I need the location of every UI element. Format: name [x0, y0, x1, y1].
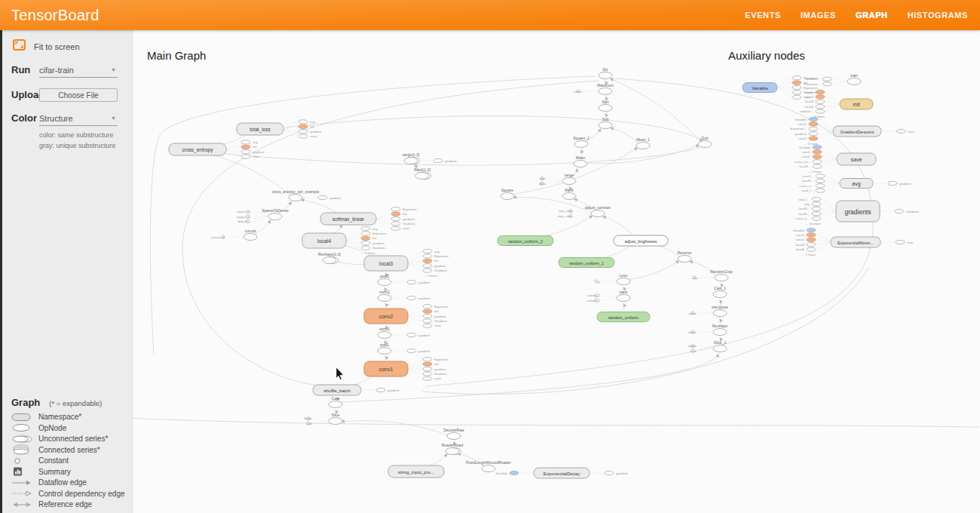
- run-select[interactable]: cifar-train ▼: [39, 64, 118, 78]
- graph-node-avg_aux[interactable]: avg: [840, 179, 873, 189]
- tab-events[interactable]: EVENTS: [745, 11, 781, 20]
- svg-text:shape: shape: [688, 330, 697, 334]
- svg-text:conv2: conv2: [802, 155, 811, 158]
- svg-text:random_uniform_1: random_uniform_1: [569, 261, 604, 266]
- graph-node-square[interactable]: Square: [501, 188, 514, 200]
- graph-node-transpose[interactable]: transpose: [712, 305, 728, 317]
- graph-node-rank[interactable]: Rank: [562, 188, 576, 200]
- graph-node-cross_entropy[interactable]: cross_entropy: [169, 143, 226, 155]
- graph-node-pool2[interactable]: pool2: [378, 274, 391, 286]
- graph-node-norm2[interactable]: norm2: [378, 290, 391, 302]
- graph-node-sparse[interactable]: SparseToDense: [262, 208, 289, 220]
- graph-node-fixedlen[interactable]: FixedLengthRecordReader: [466, 460, 511, 472]
- svg-text:cross_en...: cross_en...: [795, 160, 810, 164]
- svg-text:init: init: [310, 124, 314, 128]
- graph-node-cast[interactable]: Cast: [329, 396, 342, 408]
- color-select[interactable]: Structure ▼: [39, 112, 118, 126]
- graph-node-slice1[interactable]: Slice_1: [713, 340, 727, 352]
- graph-node-reverse[interactable]: Reverse: [678, 250, 692, 263]
- graph-node-pack[interactable]: pack: [617, 290, 630, 302]
- graph-node-graddescent[interactable]: GradientDescent: [833, 126, 881, 137]
- svg-text:cross_entropy_per_example: cross_entropy_per_example: [271, 189, 319, 194]
- graph-node-square_1[interactable]: Square_1: [573, 136, 590, 148]
- fit-to-screen-control[interactable]: Fit to screen: [13, 39, 132, 54]
- graph-node-reshape_rc[interactable]: Reshape: [712, 324, 727, 336]
- svg-text:conv2: conv2: [379, 314, 394, 319]
- graph-node-expmoving[interactable]: ExponentialMovin...: [831, 237, 880, 247]
- graph-node-randomcrop[interactable]: RandomCrop: [710, 269, 733, 281]
- svg-text:Variable: Variable: [793, 229, 805, 232]
- graph-node-concat[interactable]: concat: [243, 229, 257, 241]
- svg-text:local3: local3: [379, 261, 393, 266]
- svg-text:adjust_brightness: adjust_brightness: [624, 239, 657, 244]
- graph-node-rank12[interactable]: Rank[1-2]: [414, 167, 431, 180]
- graph-node-gradients_aux[interactable]: gradients: [836, 201, 880, 222]
- dataflow-edge-icon: [11, 479, 38, 487]
- graph-node-local3[interactable]: local3: [364, 256, 408, 271]
- graph-node-norm1[interactable]: norm1: [378, 327, 391, 339]
- svg-text:random_uniform_2: random_uniform_2: [508, 239, 543, 244]
- graph-node-shuffle_batch[interactable]: shuffle_batch: [313, 385, 361, 395]
- run-label: Run: [11, 64, 39, 75]
- svg-text:save: save: [403, 226, 410, 230]
- graph-node-random_uniform_1[interactable]: random_uniform_1: [559, 258, 614, 268]
- svg-text:Sub: Sub: [602, 117, 609, 121]
- graph-node-maximum[interactable]: Maximum: [597, 83, 614, 95]
- choose-file-button[interactable]: Choose File: [39, 88, 118, 102]
- tab-images[interactable]: IMAGES: [801, 11, 836, 20]
- graph-node-sub_c[interactable]: Sub: [599, 117, 612, 129]
- tab-graph[interactable]: GRAPH: [856, 11, 888, 20]
- graph-node-softmax_linear[interactable]: softmax_linear: [320, 213, 376, 225]
- svg-text:pool2: pool2: [380, 274, 389, 278]
- graph-node-range13[interactable]: range[1-3]: [403, 152, 420, 164]
- graph-node-slice[interactable]: Slice: [329, 413, 342, 425]
- run-select-value: cifar-train: [39, 66, 74, 75]
- svg-text:begin: begin: [304, 416, 312, 420]
- graph-node-init_aux[interactable]: init: [840, 99, 873, 109]
- svg-text:Slice_1: Slice_1: [714, 340, 727, 345]
- graph-node-variable_aux[interactable]: Variable: [743, 83, 777, 93]
- graph-node-decoderaw[interactable]: DecodeRaw: [443, 428, 464, 440]
- svg-text:conv1: conv1: [379, 367, 394, 372]
- graph-node-expdecay[interactable]: ExponentialDecay: [534, 468, 590, 478]
- fit-to-screen-icon[interactable]: [13, 39, 26, 54]
- graph-node-stringinput[interactable]: string_input_pro...: [388, 465, 444, 478]
- chevron-down-icon: ▼: [111, 115, 116, 121]
- graph-node-local4[interactable]: local4: [302, 233, 346, 248]
- graph-node-random_uniform[interactable]: random_uniform: [597, 312, 650, 322]
- summary-icon: [11, 467, 38, 476]
- graph-node-conv1[interactable]: conv1: [364, 361, 408, 376]
- graph-node-reshape13[interactable]: Reshape[1-3]: [318, 252, 341, 264]
- svg-text:avg: avg: [310, 120, 316, 124]
- graph-node-mean[interactable]: Mean: [574, 155, 587, 167]
- graph-node-cepe[interactable]: cross_entropy_per_example: [271, 189, 319, 201]
- graph-node-total_loss[interactable]: total_loss: [237, 123, 283, 135]
- graph-node-conv2[interactable]: conv2: [364, 309, 408, 324]
- graph-node-random_uniform_2[interactable]: random_uniform_2: [498, 236, 553, 246]
- svg-text:Variable: Variable: [752, 86, 768, 91]
- graph-node-mean_1[interactable]: Mean_1: [636, 137, 650, 149]
- chevron-down-icon: ▼: [111, 67, 116, 72]
- tab-histograms[interactable]: HISTOGRAMS: [908, 11, 968, 20]
- svg-text:range: range: [565, 173, 574, 177]
- svg-text:Exponent...: Exponent...: [804, 86, 820, 90]
- graph-node-pool1[interactable]: pool1: [378, 343, 391, 355]
- svg-text:Rank[1-2]: Rank[1-2]: [414, 167, 430, 172]
- graph-node-readerread[interactable]: ReaderRead: [442, 443, 464, 455]
- graph-node-div[interactable]: Div: [599, 67, 612, 79]
- graph-node-adjust_brightness[interactable]: adjust_brightness: [614, 235, 668, 246]
- graph-node-sqrt[interactable]: Sqrt: [599, 100, 612, 112]
- graph-pane: total_lossavginitgradientsavecross_entro…: [133, 30, 980, 513]
- graph-node-train_ell[interactable]: train: [847, 73, 861, 85]
- sidebar: Fit to screen Run cifar-train ▼ Upload C…: [0, 30, 133, 513]
- graph-node-less[interactable]: Less: [617, 273, 630, 285]
- svg-text:save: save: [310, 134, 317, 138]
- graph-node-save_aux[interactable]: save: [837, 153, 876, 165]
- graph-node-cast1[interactable]: Cast_1: [713, 286, 727, 298]
- graph-canvas[interactable]: total_lossavginitgradientsavecross_entro…: [133, 30, 980, 513]
- svg-text:RandomCrop: RandomCrop: [710, 269, 733, 274]
- svg-text:ReaderRead: ReaderRead: [442, 443, 464, 447]
- svg-text:Exponent...: Exponent...: [372, 232, 389, 235]
- graph-node-range_op[interactable]: range: [562, 173, 576, 185]
- graph-node-sub_r[interactable]: Sub: [698, 136, 712, 148]
